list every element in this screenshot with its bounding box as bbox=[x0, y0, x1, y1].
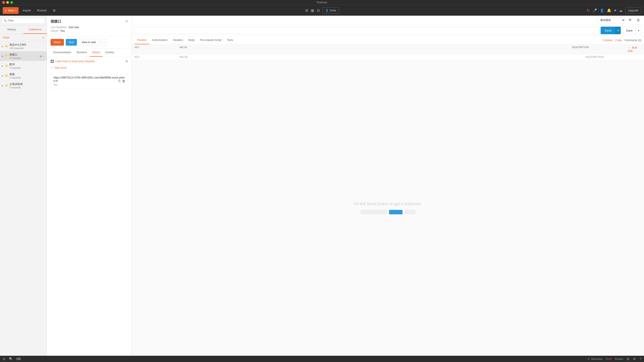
sync-icon[interactable]: ↻ bbox=[586, 8, 590, 13]
coll-count-books: 3 requests bbox=[10, 67, 45, 69]
trash-section[interactable]: Trash + bbox=[0, 34, 47, 41]
settings-icon-button[interactable]: ⚙ bbox=[635, 17, 641, 23]
bottombar: ⊟ 🔍 ⌨ 🎓 Bootcamp Build Browse ⊞ ⚙ ? bbox=[0, 356, 644, 362]
add-mock-button[interactable]: ＋ Add mock bbox=[50, 66, 128, 70]
send-dropdown-button[interactable]: ▾ bbox=[616, 27, 621, 34]
tab-activity[interactable]: Activity bbox=[103, 49, 116, 57]
collection-item-books[interactable]: ▶ 📁 图书 3 requests ··· bbox=[0, 61, 47, 71]
close-button[interactable] bbox=[2, 1, 5, 4]
detail-close-button[interactable]: ✕ bbox=[125, 19, 128, 24]
layout-bottom-icon[interactable]: ⚙ bbox=[633, 357, 636, 361]
value-cell: Value bbox=[179, 56, 586, 59]
owner-label: Owner bbox=[50, 29, 58, 33]
col-desc-header: DESCRIPTION bbox=[572, 46, 628, 53]
coll-name-cms: 商品中心CMS bbox=[10, 43, 45, 47]
save-button[interactable]: Save bbox=[622, 27, 636, 34]
collection-item-fake[interactable]: ▶ 📁 假接口 3 requests ◀ ··· bbox=[0, 51, 47, 61]
tab-monitors[interactable]: Monitors bbox=[74, 49, 90, 57]
grid-bottom-icon[interactable]: ⊞ bbox=[627, 357, 630, 361]
collection-item-search[interactable]: ▶ 📁 搜索 2 requests ··· bbox=[0, 71, 47, 81]
code-link[interactable]: Code bbox=[615, 39, 622, 42]
browse-link[interactable]: Browse bbox=[615, 357, 624, 360]
more-button[interactable]: ··· bbox=[100, 39, 107, 46]
invite-label: Invite bbox=[330, 9, 336, 12]
layout-button[interactable]: ⊞ bbox=[51, 7, 58, 14]
delete-mock-button[interactable]: 🗑 bbox=[122, 79, 125, 83]
new-button[interactable]: + New ▾ bbox=[3, 7, 18, 14]
collection-item-cms[interactable]: ▶ 📁 商品中心CMS 108 requests ··· bbox=[0, 41, 47, 51]
tab-collections[interactable]: Collections bbox=[24, 26, 47, 34]
tab-headers[interactable]: Headers bbox=[170, 36, 186, 44]
coll-more-fake[interactable]: ··· bbox=[42, 54, 45, 58]
run-button[interactable]: Run bbox=[66, 39, 77, 46]
window-controls[interactable] bbox=[2, 1, 13, 4]
detail-header-content: 假接口 Last Modified Just now Owner You bbox=[50, 19, 79, 33]
refresh-mocks-button[interactable]: ↻ bbox=[126, 60, 128, 63]
last-modified-label: Last Modified bbox=[50, 26, 66, 29]
params-empty-row: Key Value Description bbox=[132, 54, 644, 60]
terminal-icon[interactable]: ⌨ bbox=[16, 357, 21, 361]
tab-body[interactable]: Body bbox=[186, 36, 197, 44]
request-url-input[interactable] bbox=[134, 27, 599, 34]
add-collection-btn[interactable]: + bbox=[42, 36, 44, 39]
maximize-button[interactable] bbox=[10, 1, 13, 4]
coll-info-parent: 父母训练营 5 requests bbox=[10, 82, 45, 89]
sidebar-search: 🔍 bbox=[0, 16, 47, 26]
help-bottom-icon[interactable]: ? bbox=[640, 357, 641, 361]
tab-authorization[interactable]: Authorization bbox=[149, 36, 170, 44]
build-link[interactable]: Build bbox=[606, 357, 611, 360]
coll-count-parent: 5 requests bbox=[10, 86, 45, 89]
search-bottom-icon[interactable]: 🔍 bbox=[9, 357, 13, 361]
arrow-books: ▶ bbox=[2, 65, 4, 67]
mic-icon[interactable]: 🎤 bbox=[592, 8, 597, 13]
tab-pre-request[interactable]: Pre-request Script bbox=[197, 36, 224, 44]
sidebar-toggle-icon[interactable]: ⊟ bbox=[3, 357, 5, 361]
bootcamp-link[interactable]: 🎓 Bootcamp bbox=[588, 357, 602, 360]
new-dropdown-arrow: ▾ bbox=[15, 9, 16, 12]
learn-mock-link[interactable]: 🔲 Learn how to mock your requests bbox=[50, 60, 95, 63]
copy-mock-button[interactable]: ⎘ bbox=[118, 79, 120, 83]
tab-mocks[interactable]: Mocks bbox=[90, 49, 103, 57]
tab-params[interactable]: Params bbox=[134, 36, 149, 44]
environment-select[interactable]: 测试模拟 No Environment bbox=[597, 17, 625, 23]
tab-history[interactable]: History bbox=[0, 26, 24, 34]
comments-link[interactable]: Comments (0) bbox=[624, 39, 641, 42]
share-button[interactable]: Share bbox=[50, 39, 64, 46]
search-wrapper: 🔍 bbox=[2, 18, 45, 24]
request-area: 测试模拟 No Environment 👁 ⚙ Send ▾ Save ▾ Pa… bbox=[132, 16, 644, 356]
save-dropdown-button[interactable]: ▾ bbox=[636, 27, 641, 34]
last-modified-value: Just now bbox=[68, 26, 79, 29]
invite-button[interactable]: 👤 Invite bbox=[322, 8, 339, 14]
search-icon: 🔍 bbox=[4, 19, 7, 22]
coll-name-search: 搜索 bbox=[10, 73, 45, 76]
send-button[interactable]: Send bbox=[600, 27, 616, 34]
topnav-right: ↻ 🎤 👤 🔔 ♥ ☁ Upgrade bbox=[586, 8, 641, 14]
collection-item-parent[interactable]: ▶ 📁 父母训练营 5 requests ··· bbox=[0, 81, 47, 91]
bulk-edit-toggle[interactable]: ··· bbox=[628, 46, 630, 49]
user-profile-icon[interactable]: 👤 bbox=[600, 8, 604, 13]
eye-icon-button[interactable]: 👁 bbox=[627, 17, 633, 23]
runner-button[interactable]: Runner bbox=[35, 7, 49, 14]
params-table: KEY VALUE DESCRIPTION ··· Bulk Edit Key bbox=[132, 45, 644, 60]
mock-icon: 🔲 bbox=[50, 60, 54, 63]
coll-count-cms: 108 requests bbox=[10, 47, 45, 50]
bell-icon[interactable]: 🔔 bbox=[607, 8, 611, 13]
tab-tests[interactable]: Tests bbox=[224, 36, 236, 44]
cloud-icon[interactable]: ☁ bbox=[619, 8, 622, 13]
owner-row: Owner You bbox=[50, 29, 79, 33]
filter-input[interactable] bbox=[2, 18, 45, 24]
sidebar-tabs: History Collections bbox=[0, 26, 47, 34]
heart-icon[interactable]: ♥ bbox=[614, 9, 616, 13]
grid-icon: ⊞ bbox=[305, 8, 308, 13]
coll-info-fake: 假接口 3 requests bbox=[10, 53, 38, 59]
topnav: + New ▾ Import Runner ⊞ ⊞ ▦ ⊟ 👤 Invite ↻… bbox=[0, 5, 644, 16]
upgrade-button[interactable]: Upgrade bbox=[625, 8, 641, 14]
minimize-button[interactable] bbox=[6, 1, 9, 4]
import-button[interactable]: Import bbox=[20, 7, 33, 14]
bootcamp-icon: 🎓 bbox=[588, 357, 591, 360]
view-web-button[interactable]: View in web bbox=[79, 39, 99, 46]
cookies-link[interactable]: Cookies bbox=[603, 39, 612, 42]
app-title: Postman bbox=[317, 1, 327, 4]
panel-toggle-icon[interactable]: ◀ bbox=[39, 55, 41, 58]
tab-documentation[interactable]: Documentation bbox=[50, 49, 74, 57]
